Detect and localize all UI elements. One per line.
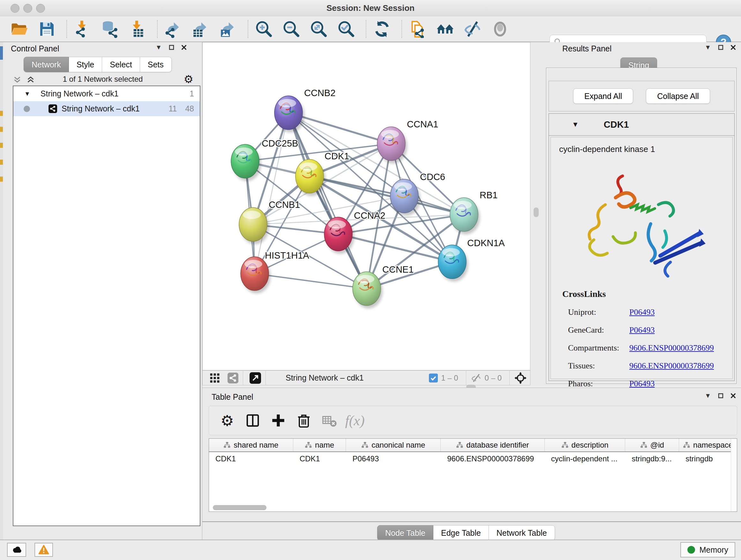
columns-button[interactable] [244,411,262,430]
import-database-button[interactable] [100,19,120,39]
network-canvas[interactable]: CCNB2CCNA1CDC25BCDK1CDC6RB1CCNB1CCNA2CDK… [202,42,530,370]
add-button[interactable] [269,411,287,430]
table-row[interactable]: CDK1CDK1P064939606.ENSP00000378699cyclin… [209,452,737,465]
network-row[interactable]: String Network – cdk1 11 48 [13,101,200,116]
network-node-CDC25B[interactable] [231,144,261,181]
zoom-in-button[interactable] [254,19,274,39]
hidden-eye-icon[interactable] [471,373,482,383]
zoom-selected-button[interactable] [336,19,356,39]
network-node-CCNE1[interactable] [353,272,383,308]
float-icon[interactable] [169,45,174,50]
crosslink-value[interactable]: 9606.ENSP00000378699 [629,343,714,353]
gene-description: cyclin-dependent kinase 1 [559,144,732,154]
attribute-tree-icon [640,442,647,449]
memory-button[interactable]: Memory [680,542,735,557]
float-icon[interactable] [718,393,724,398]
export-table-button[interactable] [191,19,211,39]
network-node-CDK1[interactable] [295,159,326,196]
tab-network[interactable]: Network [23,57,69,72]
network-node-HIST1H1A[interactable] [241,257,271,294]
cloud-button[interactable] [7,543,26,557]
network-edge[interactable] [255,113,288,273]
close-icon[interactable] [181,45,187,50]
network-edge[interactable] [310,176,464,214]
section-triangle-icon[interactable]: ▼ [572,120,579,129]
network-edge[interactable] [288,113,367,289]
expand-all-button[interactable]: Expand All [573,88,633,104]
crosslink-value[interactable]: P06493 [629,307,655,317]
float-icon[interactable] [718,45,724,50]
collapse-triangle-icon[interactable]: ▼ [155,44,162,51]
gear-icon[interactable]: ⚙ [184,73,193,85]
node-table[interactable]: shared namenamecanonical namedatabase id… [209,438,737,512]
column-header-id[interactable]: @id [625,439,679,451]
attribute-tree-icon [683,442,690,449]
column-header-database-identifier[interactable]: database identifier [441,439,545,451]
memory-label: Memory [699,545,728,555]
close-icon[interactable] [731,393,736,398]
export-image-button[interactable] [218,19,238,39]
export-table-icon [192,20,210,38]
column-header-namespace[interactable]: namespace [679,439,737,451]
network-node-CCNA2[interactable] [324,217,354,254]
attribute-tree-icon [456,442,463,449]
birdseye-icon[interactable] [250,372,261,384]
network-node-CCNA1[interactable] [377,127,407,164]
attribute-tree-icon [305,442,312,449]
edge-count: 48 [185,104,194,113]
collection-count: 1 [190,89,194,98]
delete-button[interactable] [294,411,313,430]
gene-section-header[interactable]: ▼ CDK1 [549,114,734,136]
checkbox-icon[interactable] [429,374,438,382]
warning-button[interactable] [35,543,53,557]
save-button[interactable] [37,19,57,39]
crosshair-icon[interactable] [514,372,527,384]
zoom-out-button[interactable] [281,19,301,39]
close-icon[interactable] [731,45,736,50]
crosslink-value[interactable]: P06493 [629,325,655,335]
home-button[interactable] [435,19,455,39]
node-label-RB1: RB1 [480,190,497,200]
show-panel-button[interactable] [490,19,510,39]
vertical-splitter-handle[interactable] [534,207,539,217]
protein-structure-image [573,157,711,285]
share-gray-icon[interactable] [227,373,239,383]
network-edge[interactable] [255,273,367,289]
collapse-triangle-icon[interactable]: ▼ [704,44,711,51]
table-vertical-scrollbar[interactable] [731,439,737,511]
column-header-description[interactable]: description [545,439,625,451]
refresh-button[interactable] [372,19,392,39]
crosslink-value[interactable]: P06493 [629,379,655,388]
network-node-CDKN1A[interactable] [438,245,468,282]
tab-network-table[interactable]: Network Table [489,525,555,541]
table-horizontal-scrollbar[interactable] [213,505,266,510]
tab-select[interactable]: Select [102,57,140,72]
column-header-name[interactable]: name [293,439,346,451]
tab-edge-table[interactable]: Edge Table [433,525,489,541]
tree-expand-triangle-icon[interactable]: ▼ [24,90,30,98]
import-table-button[interactable] [128,19,147,39]
fx-icon: f(x) [345,413,364,429]
tab-node-table[interactable]: Node Table [377,525,433,541]
column-header-shared-name[interactable]: shared name [209,439,293,451]
export-network-button[interactable] [163,19,183,39]
tab-style[interactable]: Style [69,57,103,72]
cloud-icon [11,544,22,556]
network-node-CCNB2[interactable] [274,96,305,132]
control-panel: Control Panel ▼ NetworkStyleSelectSets 1… [3,42,202,540]
tab-sets[interactable]: Sets [140,57,172,72]
grid-icon[interactable] [210,373,220,383]
hide-panels-button[interactable] [463,19,482,39]
clone-network-button[interactable] [408,19,428,39]
collapse-all-button[interactable]: Collapse All [646,88,710,104]
collapse-triangle-icon[interactable]: ▼ [704,392,711,399]
network-node-RB1[interactable] [450,198,480,234]
crosslink-value[interactable]: 9606.ENSP00000378699 [629,361,714,371]
gear-button[interactable]: ⚙ [218,411,237,430]
node-label-CCNA1: CCNA1 [407,119,438,129]
open-folder-button[interactable] [10,19,29,39]
network-collection-row[interactable]: ▼ String Network – cdk1 1 [13,86,200,101]
zoom-fit-button[interactable] [309,19,329,39]
import-network-button[interactable] [73,19,92,39]
column-header-canonical-name[interactable]: canonical name [346,439,441,451]
